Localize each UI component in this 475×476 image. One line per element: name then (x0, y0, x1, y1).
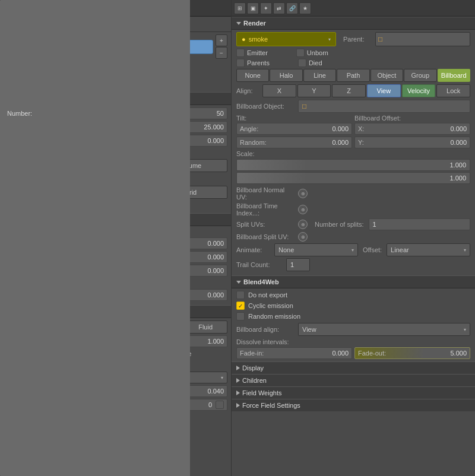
render-content: ● smoke ▾ Parent: □ Emitter Unborn (232, 30, 475, 275)
angle-field[interactable]: Angle: 0.000 (236, 123, 352, 135)
unborn-checkbox[interactable] (296, 49, 305, 57)
align-row: Align: X Y Z View Velocity Lock (236, 84, 470, 97)
render-triangle-icon (236, 22, 241, 25)
tab-object[interactable]: Object (370, 69, 403, 82)
field-weights-header[interactable]: Field Weights (232, 386, 475, 399)
right-toolbar-icon-4[interactable]: ⇄ (273, 2, 285, 14)
tab-none[interactable]: None (236, 69, 269, 82)
render-tabs: None Halo Line Path Object Group Billboa… (236, 69, 470, 82)
fade-in-field[interactable]: Fade-in: 0.000 (236, 347, 352, 359)
display-triangle-icon (236, 366, 240, 370)
do-not-export-checkbox[interactable] (236, 291, 245, 299)
billboard-time-index-label: Billboard Time Index...: (236, 202, 296, 217)
right-toolbar-icon-2[interactable]: ▣ (247, 2, 259, 14)
billboard-align-arrow-icon: ▾ (464, 327, 466, 332)
add-particle-btn[interactable]: + (216, 34, 227, 46)
field-weights-title: Field Weights (242, 389, 281, 396)
display-header[interactable]: Display (232, 361, 475, 374)
number-label: Number: (7, 110, 32, 117)
force-field-settings-title: Force Field Settings (242, 402, 300, 409)
billboard-normal-uv-row: Billboard Normal UV: ⊕ (236, 186, 470, 201)
random-emission-label: Random emission (248, 313, 300, 320)
do-not-export-label: Do not export (248, 291, 287, 299)
emitter-checkbox[interactable] (236, 49, 245, 57)
tab-line[interactable]: Line (303, 69, 336, 82)
time-index-icon[interactable]: ⊕ (298, 205, 308, 214)
cyclic-emission-checkbox[interactable] (236, 302, 245, 310)
num-splits-value: 1 (373, 221, 376, 228)
cyclic-emission-label: Cyclic emission (248, 302, 293, 309)
normal-uv-icon[interactable]: ⊕ (298, 189, 308, 198)
children-header[interactable]: Children (232, 374, 475, 386)
split-uvs-symbol: ⊕ (301, 222, 305, 227)
billboard-object-field[interactable]: □ (298, 100, 470, 113)
died-check-item: Died (298, 59, 322, 67)
particle-select-dropdown[interactable]: ● smoke ▾ (236, 32, 336, 46)
fade-in-value: 0.000 (332, 350, 349, 357)
tilt-random-field[interactable]: Random: 0.000 (236, 137, 352, 148)
blend4web-triangle-icon (236, 281, 241, 284)
dissolve-row: Fade-in: 0.000 Fade-out: 5.000 (236, 347, 470, 359)
tab-group[interactable]: Group (404, 69, 436, 82)
random-emission-checkbox[interactable] (236, 312, 245, 320)
right-toolbar-icon-6[interactable]: ★ (299, 2, 311, 14)
subframes-checkbox[interactable] (216, 401, 224, 409)
billboard-align-dropdown[interactable]: View ▾ (298, 323, 470, 336)
fade-out-field[interactable]: Fade-out: 5.000 (354, 347, 470, 359)
parents-checkbox[interactable] (236, 59, 245, 67)
children-title: Children (242, 377, 267, 384)
tab-billboard[interactable]: Billboard (438, 69, 470, 82)
display-title: Display (242, 364, 264, 372)
trail-count-field[interactable]: 1 (286, 258, 310, 271)
emitter-label: Emitter (247, 49, 268, 56)
billboard-align-label: Billboard align: (236, 326, 296, 333)
plus-minus-btns: + − (216, 34, 227, 59)
physics-fluid-btn[interactable]: Fluid (183, 320, 227, 334)
random-emission-row: Random emission (236, 312, 470, 320)
split-uvs-icon[interactable]: ⊕ (298, 220, 308, 229)
parent-label: Parent: (343, 36, 373, 43)
split-uv-symbol: ⊕ (301, 234, 305, 240)
align-y-btn[interactable]: Y (297, 84, 331, 97)
trail-count-label: Trail Count: (236, 261, 284, 268)
animate-dropdown[interactable]: None ▾ (274, 243, 358, 256)
force-field-settings-header[interactable]: Force Field Settings (232, 399, 475, 411)
align-x-btn[interactable]: X (262, 84, 296, 97)
billboard-split-uv-label: Billboard Split UV: (236, 233, 296, 240)
emitter-unborn-row: Emitter Unborn (236, 49, 470, 57)
unborn-label: Unborn (307, 49, 328, 56)
offset-dropdown-arrow-icon: ▾ (464, 247, 466, 253)
tab-path[interactable]: Path (337, 69, 369, 82)
render-header[interactable]: Render (232, 17, 475, 30)
align-lock-btn[interactable]: Lock (436, 84, 470, 97)
died-checkbox[interactable] (298, 59, 306, 67)
offset-dropdown[interactable]: Linear ▾ (387, 243, 470, 256)
scale-field-1[interactable]: 1.000 (236, 159, 470, 171)
split-uv-field-icon[interactable]: ⊕ (298, 232, 308, 242)
num-splits-field[interactable]: 1 (369, 218, 470, 230)
billboard-split-uv-row: Billboard Split UV: ⊕ (236, 232, 470, 242)
tab-halo[interactable]: Halo (270, 69, 302, 82)
remove-particle-btn[interactable]: − (216, 47, 227, 59)
parent-field[interactable]: □ (375, 32, 470, 46)
particle-select-icon: ● (242, 36, 246, 43)
blend4web-header[interactable]: Blend4Web (232, 275, 475, 288)
do-not-export-row: Do not export (236, 291, 470, 299)
billboard-object-label: Billboard Object: (236, 103, 296, 110)
right-toolbar-icon-5[interactable]: 🔗 (286, 2, 298, 14)
split-uvs-row: Split UVs: ⊕ Number of splits: 1 (236, 218, 470, 230)
align-z-btn[interactable]: Z (332, 84, 366, 97)
align-velocity-btn[interactable]: Velocity (402, 84, 436, 97)
scale-field-2[interactable]: 1.000 (236, 172, 470, 184)
align-view-btn[interactable]: View (367, 84, 401, 97)
billboard-normal-uv-label: Billboard Normal UV: (236, 186, 296, 201)
blend4web-title: Blend4Web (243, 278, 279, 285)
right-toolbar-icon-1[interactable]: ⊞ (234, 2, 246, 14)
random-y-offset-row: Random: 0.000 Y: 0.000 (236, 137, 470, 148)
particle-select-value: smoke (249, 36, 268, 43)
fade-out-value: 5.000 (450, 350, 467, 357)
x-offset-field[interactable]: X: 0.000 (354, 123, 470, 135)
y-offset-field[interactable]: Y: 0.000 (354, 137, 470, 148)
right-toolbar-icon-3[interactable]: ✦ (260, 2, 272, 14)
billboard-align-row: Billboard align: View ▾ (236, 323, 470, 336)
